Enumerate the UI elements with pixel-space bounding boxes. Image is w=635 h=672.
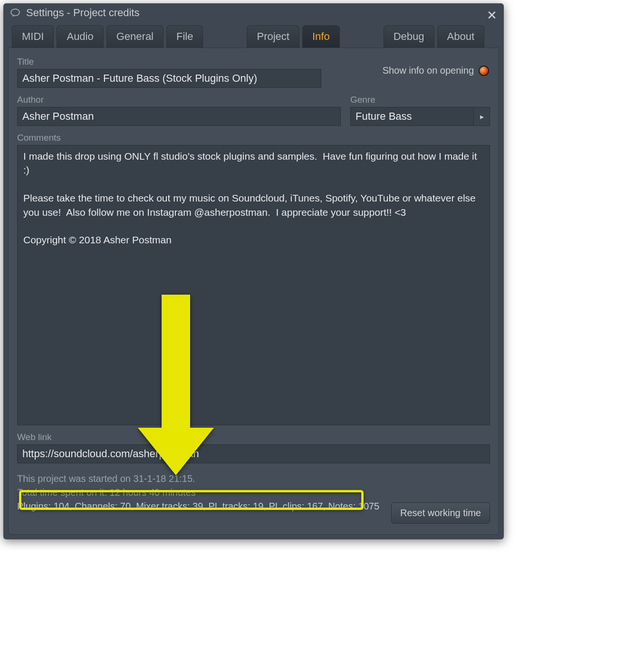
chat-icon [9, 7, 21, 19]
close-icon[interactable]: ✕ [487, 8, 497, 23]
svg-point-0 [11, 9, 19, 16]
show-info-label: Show info on opening [383, 65, 474, 76]
window-title: Settings - Project credits [26, 7, 139, 19]
title-input[interactable] [17, 69, 321, 88]
reset-working-time-button[interactable]: Reset working time [391, 502, 490, 524]
time-spent-text: Total time spent on it: 12 hours 40 minu… [17, 486, 490, 499]
show-info-toggle[interactable]: Show info on opening [383, 65, 489, 76]
tab-midi[interactable]: MIDI [12, 25, 54, 48]
weblink-label: Web link [17, 432, 490, 442]
author-label: Author [17, 95, 341, 105]
tab-general[interactable]: General [106, 25, 164, 48]
tab-about[interactable]: About [437, 25, 485, 48]
settings-window: Settings - Project credits ✕ MIDI Audio … [3, 3, 504, 539]
project-started-text: This project was started on 31-1-18 21:1… [17, 472, 490, 486]
genre-input[interactable] [350, 107, 474, 126]
comments-textarea[interactable]: I made this drop using ONLY fl studio's … [17, 145, 490, 425]
author-input[interactable] [17, 107, 341, 126]
comments-label: Comments [17, 133, 490, 143]
chevron-right-icon: ▸ [480, 112, 484, 121]
tab-project[interactable]: Project [247, 25, 299, 48]
tab-audio[interactable]: Audio [57, 25, 103, 48]
titlebar: Settings - Project credits ✕ [3, 3, 504, 22]
content-panel: Title Show info on opening Author Genre … [8, 48, 499, 535]
genre-dropdown-button[interactable]: ▸ [474, 107, 490, 126]
tab-bar: MIDI Audio General File Project Info Deb… [3, 22, 504, 48]
tab-file[interactable]: File [166, 25, 203, 48]
tab-debug[interactable]: Debug [384, 25, 434, 48]
tab-info[interactable]: Info [302, 25, 340, 48]
genre-label: Genre [350, 95, 490, 105]
weblink-input[interactable] [17, 444, 490, 463]
led-icon[interactable] [479, 66, 489, 76]
